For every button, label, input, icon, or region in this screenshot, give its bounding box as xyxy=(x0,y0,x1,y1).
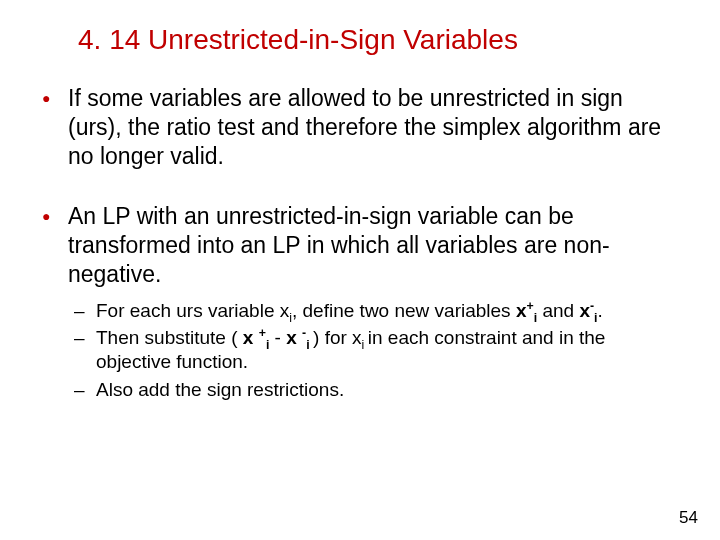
var-bold: x +i xyxy=(243,327,270,348)
bullet-item: An LP with an unrestricted-in-sign varia… xyxy=(40,202,680,401)
sub-item: For each urs variable xi, define two new… xyxy=(74,299,680,323)
sub-text: and xyxy=(537,300,579,321)
slide-title: 4. 14 Unrestricted-in-Sign Variables xyxy=(78,24,680,56)
sub-text: . xyxy=(598,300,603,321)
sub-text: For each urs variable x xyxy=(96,300,289,321)
sub-text: ) for x xyxy=(313,327,362,348)
var-bold: x-i xyxy=(579,300,597,321)
page-number: 54 xyxy=(679,508,698,528)
sub-text: Also add the sign restrictions. xyxy=(96,379,344,400)
sub-text: Then substitute ( xyxy=(96,327,243,348)
sub-list: For each urs variable xi, define two new… xyxy=(74,299,680,402)
bullet-text: If some variables are allowed to be unre… xyxy=(68,85,661,169)
sub-text: - xyxy=(269,327,286,348)
sub-item: Then substitute ( x +i - x -i ) for xi i… xyxy=(74,326,680,374)
var-bold: x+i xyxy=(516,300,537,321)
sub-item: Also add the sign restrictions. xyxy=(74,378,680,402)
bullet-list: If some variables are allowed to be unre… xyxy=(40,84,680,402)
bullet-text: An LP with an unrestricted-in-sign varia… xyxy=(68,203,610,287)
sub-text: , define two new variables xyxy=(292,300,516,321)
bullet-item: If some variables are allowed to be unre… xyxy=(40,84,680,170)
var-bold: x -i xyxy=(286,327,313,348)
